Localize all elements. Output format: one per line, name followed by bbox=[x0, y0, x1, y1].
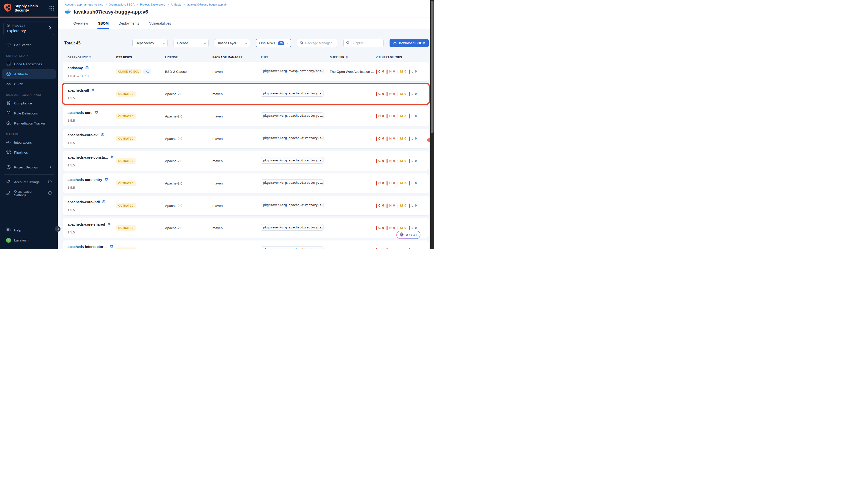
severity-count: M 0 bbox=[400, 70, 406, 73]
sidebar-item-integrations[interactable]: Integrations bbox=[2, 137, 56, 147]
table-row[interactable]: apacheds-interceptor-... 1.5.5 → OUTDATE… bbox=[63, 240, 429, 249]
breadcrumb-link[interactable]: lavakush07/easy-buggy-app:v6 bbox=[186, 3, 226, 6]
sidebar-item-compliance[interactable]: Compliance bbox=[2, 99, 56, 108]
severity-count: L 0 bbox=[411, 92, 417, 96]
severity-bar bbox=[387, 69, 388, 74]
vulnerability-segment-m: M 0 bbox=[398, 69, 406, 74]
sidebar-item-get-started[interactable]: Get Started bbox=[2, 40, 56, 50]
box-tag-icon bbox=[6, 121, 11, 126]
scrollbar-thumb[interactable] bbox=[431, 1, 433, 133]
vulnerability-segment-m: M 0 bbox=[398, 226, 406, 230]
infinity-icon bbox=[6, 82, 11, 87]
severity-bar bbox=[398, 92, 399, 96]
severity-bar bbox=[387, 92, 388, 96]
project-selector[interactable]: PROJECT Exploratory bbox=[3, 22, 54, 35]
package-manager: maven bbox=[212, 70, 261, 74]
sidebar-item-cicd[interactable]: CI/CD bbox=[2, 79, 56, 89]
tab-sbom[interactable]: SBOM bbox=[98, 18, 109, 29]
license: Apache-2.0 bbox=[165, 204, 212, 208]
info-icon[interactable] bbox=[48, 180, 52, 184]
table-row[interactable]: apacheds-core-consta... 1.5.5 → OUTDATED… bbox=[63, 151, 429, 171]
help-chat-icon: ? bbox=[6, 228, 11, 233]
breadcrumb-separator: > bbox=[183, 3, 185, 6]
table-row[interactable]: apacheds-core-shared 1.5.5 → OUTDATED Ap… bbox=[63, 218, 429, 238]
user-menu[interactable]: L Lavakush bbox=[2, 235, 56, 245]
vulnerability-counts: C 0H 0M 0L 0 bbox=[376, 159, 429, 163]
severity-bar bbox=[376, 69, 377, 74]
oss-risk-badge: OUTDATED bbox=[116, 203, 136, 208]
tab-deployments[interactable]: Deployments bbox=[118, 18, 140, 29]
oss-risks-filter-select[interactable]: OSS Risks 03 ⌄ bbox=[256, 39, 291, 47]
breadcrumb-link[interactable]: Project: Exploratory bbox=[140, 3, 165, 6]
severity-bar bbox=[409, 226, 410, 230]
ask-ai-button[interactable]: Ask AI bbox=[396, 231, 420, 239]
sidebar-item-artifacts[interactable]: Artifacts bbox=[2, 69, 56, 79]
severity-count: C 0 bbox=[378, 115, 385, 118]
dependency-version: 1.5.5 bbox=[67, 208, 75, 212]
table-row[interactable]: apacheds-core-avl 1.5.5 → OUTDATED Apach… bbox=[63, 129, 429, 148]
table-header: DEPENDENCY OSS RISKS LICENSE PACKAGE MAN… bbox=[63, 56, 429, 59]
oss-risk-badge: OUTDATED bbox=[116, 158, 136, 163]
sidebar-item-code-repositories[interactable]: Code Repositories bbox=[2, 59, 56, 69]
table-row-highlighted[interactable]: apacheds-all 1.5.5 → OUTDATED Apache-2.0… bbox=[63, 84, 429, 104]
module-grid-icon[interactable] bbox=[49, 6, 54, 11]
license-filter-select[interactable]: License ⌄ bbox=[173, 39, 209, 47]
severity-bar bbox=[398, 226, 399, 230]
vulnerability-segment-l: L 0 bbox=[409, 181, 417, 185]
vulnerability-segment-c: C 0 bbox=[376, 69, 384, 74]
select-label: Dependency bbox=[135, 41, 161, 45]
integrations-icon bbox=[6, 140, 11, 145]
package-manager-search[interactable] bbox=[297, 39, 337, 47]
tab-overview[interactable]: Overview bbox=[73, 18, 88, 29]
table-row[interactable]: apacheds-core-entry 1.5.5 → OUTDATED Apa… bbox=[63, 173, 429, 193]
supplier-search-input[interactable] bbox=[351, 41, 381, 45]
sidebar-item-rule-definitions[interactable]: Rule Definitions bbox=[2, 108, 56, 118]
table-row[interactable]: apacheds-core 1.5.5 → OUTDATED Apache-2.… bbox=[63, 106, 429, 126]
table-row[interactable]: apacheds-core-jndi 1.5.5 → OUTDATED Apac… bbox=[63, 196, 429, 215]
breadcrumb-link[interactable]: Organization: SSCA bbox=[109, 3, 134, 6]
breadcrumb-link[interactable]: Account: app-harness-ng-cicd bbox=[65, 3, 103, 6]
help-button[interactable]: ? Help bbox=[2, 225, 56, 235]
artifacts-cube-icon bbox=[6, 71, 11, 77]
severity-count: M 0 bbox=[400, 182, 406, 185]
oss-risk-badge: OUTDATED bbox=[116, 248, 136, 249]
oss-risk-badges: OUTDATED bbox=[116, 114, 165, 119]
column-header-dependency[interactable]: DEPENDENCY bbox=[67, 56, 116, 59]
column-header-supplier[interactable]: SUPPLIER bbox=[330, 56, 376, 59]
severity-bar bbox=[398, 181, 399, 185]
dependency-filter-select[interactable]: Dependency ⌄ bbox=[132, 39, 168, 47]
dependency-list: antisamy 1.5.3 → 1.7.8 CLOSE TO EOL+1 BS… bbox=[58, 62, 434, 249]
sidebar-item-account-settings[interactable]: Account Settings bbox=[2, 177, 56, 187]
sidebar-item-label: Project Settings bbox=[14, 166, 38, 169]
sidebar-item-remediation-tracker[interactable]: Remediation Tracker bbox=[2, 118, 56, 128]
scrollbar-track[interactable] bbox=[430, 0, 434, 249]
breadcrumb-link[interactable]: Artifacts bbox=[171, 3, 181, 6]
tab-vulnerabilities[interactable]: Vulnerabilities bbox=[149, 18, 171, 29]
download-sbom-button[interactable]: Download SBOM bbox=[390, 39, 429, 47]
info-icon[interactable] bbox=[48, 191, 52, 196]
severity-count: H 0 bbox=[389, 204, 395, 207]
severity-bar bbox=[398, 136, 399, 141]
image-layer-filter-select[interactable]: Image Layer ⌄ bbox=[215, 39, 250, 47]
breadcrumb-separator: > bbox=[105, 3, 107, 6]
severity-count: L 0 bbox=[411, 115, 417, 118]
package-manager: maven bbox=[212, 92, 261, 96]
severity-count: C 0 bbox=[378, 70, 385, 73]
sidebar-item-project-settings[interactable]: Project Settings bbox=[2, 162, 56, 172]
purl-value: pkg:maven/org.apache.directory.s… bbox=[261, 180, 324, 186]
vulnerability-segment-h: H 0 bbox=[387, 69, 395, 74]
oss-risk-badge: CLOSE TO EOL bbox=[116, 69, 141, 74]
supplier-search[interactable] bbox=[343, 39, 384, 47]
oss-risk-badges: CLOSE TO EOL+1 bbox=[116, 69, 165, 74]
sidebar-item-organization-settings[interactable]: Organization Settings bbox=[2, 187, 56, 199]
severity-bar bbox=[409, 92, 410, 96]
sidebar-collapse-button[interactable]: ◀ bbox=[55, 226, 61, 232]
vulnerability-segment-c: C 0 bbox=[376, 181, 384, 185]
layers-gear-icon bbox=[6, 180, 11, 184]
severity-bar bbox=[387, 114, 388, 118]
download-icon bbox=[393, 41, 397, 45]
table-row[interactable]: antisamy 1.5.3 → 1.7.8 CLOSE TO EOL+1 BS… bbox=[63, 62, 429, 81]
dependency-version: 1.5.3 bbox=[67, 74, 75, 78]
package-manager-search-input[interactable] bbox=[305, 41, 335, 45]
sidebar-item-pipelines[interactable]: Pipelines bbox=[2, 148, 56, 157]
